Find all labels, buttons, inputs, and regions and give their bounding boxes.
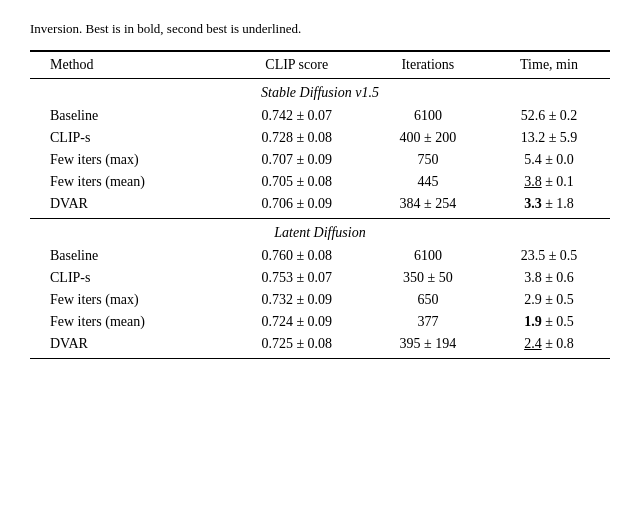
clip-score-cell: 0.728 ± 0.08 — [226, 127, 368, 149]
time-cell: 52.6 ± 0.2 — [488, 105, 610, 127]
method-cell: Few iters (max) — [30, 289, 226, 311]
col-header-iterations: Iterations — [368, 51, 488, 79]
clip-score-cell: 0.706 ± 0.09 — [226, 193, 368, 219]
time-cell: 3.8 ± 0.1 — [488, 171, 610, 193]
col-header-clip: CLIP score — [226, 51, 368, 79]
clip-score-cell: 0.705 ± 0.08 — [226, 171, 368, 193]
col-header-method: Method — [30, 51, 226, 79]
iterations-cell: 400 ± 200 — [368, 127, 488, 149]
table-row: DVAR0.725 ± 0.08395 ± 1942.4 ± 0.8 — [30, 333, 610, 359]
time-cell: 2.9 ± 0.5 — [488, 289, 610, 311]
time-cell: 23.5 ± 0.5 — [488, 245, 610, 267]
clip-score-cell: 0.707 ± 0.09 — [226, 149, 368, 171]
table-header-row: Method CLIP score Iterations Time, min — [30, 51, 610, 79]
clip-score-cell: 0.724 ± 0.09 — [226, 311, 368, 333]
table-row: DVAR0.706 ± 0.09384 ± 2543.3 ± 1.8 — [30, 193, 610, 219]
table-caption: Inversion. Best is in bold, second best … — [30, 20, 610, 38]
table-row: Few iters (mean)0.705 ± 0.084453.8 ± 0.1 — [30, 171, 610, 193]
method-cell: CLIP-s — [30, 267, 226, 289]
results-table: Method CLIP score Iterations Time, min S… — [30, 50, 610, 359]
method-cell: Few iters (mean) — [30, 311, 226, 333]
method-cell: Baseline — [30, 105, 226, 127]
table-row: Few iters (max)0.707 ± 0.097505.4 ± 0.0 — [30, 149, 610, 171]
time-cell: 2.4 ± 0.8 — [488, 333, 610, 359]
method-cell: Few iters (max) — [30, 149, 226, 171]
time-cell: 3.8 ± 0.6 — [488, 267, 610, 289]
time-cell: 1.9 ± 0.5 — [488, 311, 610, 333]
section-header-row: Latent Diffusion — [30, 219, 610, 246]
col-header-time: Time, min — [488, 51, 610, 79]
iterations-cell: 6100 — [368, 105, 488, 127]
method-cell: Baseline — [30, 245, 226, 267]
iterations-cell: 650 — [368, 289, 488, 311]
iterations-cell: 350 ± 50 — [368, 267, 488, 289]
method-cell: Few iters (mean) — [30, 171, 226, 193]
section-header-row: Stable Diffusion v1.5 — [30, 79, 610, 106]
iterations-cell: 445 — [368, 171, 488, 193]
iterations-cell: 750 — [368, 149, 488, 171]
clip-score-cell: 0.732 ± 0.09 — [226, 289, 368, 311]
iterations-cell: 6100 — [368, 245, 488, 267]
table-row: Few iters (mean)0.724 ± 0.093771.9 ± 0.5 — [30, 311, 610, 333]
time-cell: 13.2 ± 5.9 — [488, 127, 610, 149]
iterations-cell: 384 ± 254 — [368, 193, 488, 219]
table-row: Few iters (max)0.732 ± 0.096502.9 ± 0.5 — [30, 289, 610, 311]
table-row: CLIP-s0.753 ± 0.07350 ± 503.8 ± 0.6 — [30, 267, 610, 289]
table-row: Baseline0.760 ± 0.08610023.5 ± 0.5 — [30, 245, 610, 267]
clip-score-cell: 0.753 ± 0.07 — [226, 267, 368, 289]
iterations-cell: 395 ± 194 — [368, 333, 488, 359]
method-cell: CLIP-s — [30, 127, 226, 149]
clip-score-cell: 0.742 ± 0.07 — [226, 105, 368, 127]
method-cell: DVAR — [30, 193, 226, 219]
method-cell: DVAR — [30, 333, 226, 359]
iterations-cell: 377 — [368, 311, 488, 333]
clip-score-cell: 0.760 ± 0.08 — [226, 245, 368, 267]
time-cell: 5.4 ± 0.0 — [488, 149, 610, 171]
table-row: CLIP-s0.728 ± 0.08400 ± 20013.2 ± 5.9 — [30, 127, 610, 149]
time-cell: 3.3 ± 1.8 — [488, 193, 610, 219]
table-row: Baseline0.742 ± 0.07610052.6 ± 0.2 — [30, 105, 610, 127]
clip-score-cell: 0.725 ± 0.08 — [226, 333, 368, 359]
